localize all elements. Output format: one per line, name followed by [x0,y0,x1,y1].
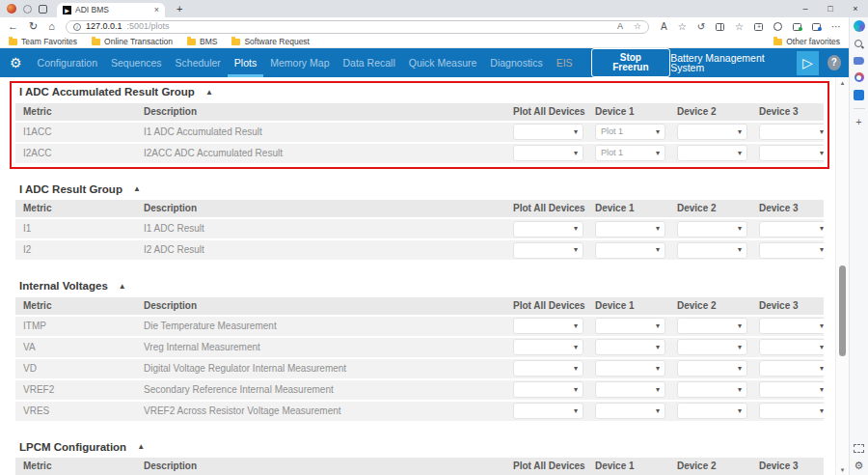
plot_all-select[interactable]: ▾ [513,124,583,140]
m365-app-icon[interactable] [854,90,864,100]
other-favorites[interactable]: Other favorites [773,38,840,46]
device3-select[interactable]: ▾ [759,221,824,238]
device1-select[interactable]: ▾ [595,221,665,238]
read-aloud-icon[interactable]: A [661,22,667,32]
nav-item-eis[interactable]: EIS [550,48,580,77]
play-button[interactable]: ▷ [797,51,819,75]
device1-select[interactable]: ▾ [595,381,665,398]
device2-select[interactable]: ▾ [677,145,747,161]
rewards-icon[interactable] [854,72,864,82]
group-header[interactable]: Internal Voltages▲ [15,277,824,297]
add-sidebar-app-icon[interactable]: + [855,117,861,127]
device2-select[interactable]: ▾ [677,339,747,355]
collapse-arrow-icon[interactable]: ▲ [133,185,141,193]
address-bar[interactable]: i 127.0.0.1:5001/plots A ☆ [66,20,649,34]
device1-select[interactable]: Plot 1▾ [595,124,665,140]
device1-select[interactable]: ▾ [595,318,665,334]
plot_all-select[interactable]: ▾ [513,221,583,238]
group-header[interactable]: I ADC Accumulated Result Group▲ [15,83,824,103]
device2-select[interactable]: ▾ [677,360,747,377]
plot_all-select[interactable]: ▾ [513,381,583,398]
collapse-arrow-icon[interactable]: ▲ [205,89,213,97]
device2-select[interactable]: ▾ [677,403,747,419]
device3-select[interactable]: ▾ [759,242,824,259]
plot_all-select[interactable]: ▾ [513,242,583,259]
shopping-tag-icon[interactable] [854,57,864,65]
device2-select[interactable]: ▾ [677,242,747,259]
edge-blue-badge-icon[interactable] [812,23,821,31]
screenshot-icon[interactable] [854,444,864,453]
new-tab-button[interactable]: + [176,4,182,14]
tab-close-icon[interactable]: × [154,6,159,14]
device1-select[interactable]: ▾ [595,360,665,377]
split-screen-icon[interactable] [716,23,724,31]
plot_all-select[interactable]: ▾ [513,318,583,334]
copilot-icon[interactable] [854,20,865,32]
device1-select[interactable]: ▾ [595,242,665,259]
settings-gear-icon[interactable]: ⚙ [10,56,22,70]
device3-select[interactable]: ▾ [759,339,824,355]
workspaces-icon[interactable] [23,5,32,14]
nav-item-data-recall[interactable]: Data Recall [336,48,401,77]
collections-icon[interactable] [754,23,763,31]
nav-item-quick-measure[interactable]: Quick Measure [402,48,484,77]
more-menu-icon[interactable]: ⋯ [831,22,841,32]
home-icon[interactable]: ⌂ [48,21,55,32]
sidebar-settings-gear-icon[interactable]: ⚙ [854,461,864,471]
device2-select[interactable]: ▾ [677,318,747,334]
scrollbar-thumb[interactable] [839,265,846,356]
collapse-arrow-icon[interactable]: ▲ [137,443,145,451]
nav-item-diagnostics[interactable]: Diagnostics [483,48,549,77]
device3-select[interactable]: ▾ [759,124,824,140]
plot_all-select[interactable]: ▾ [513,403,583,419]
scroll-down-icon[interactable]: ▾ [836,466,849,473]
plot_all-select[interactable]: ▾ [513,360,583,377]
device3-select[interactable]: ▾ [759,318,824,334]
search-icon[interactable] [854,40,864,49]
scroll-up-icon[interactable]: ▴ [836,79,849,86]
bookmark-item[interactable]: Online Transaction [92,38,173,46]
group-header[interactable]: LPCM Configuration▲ [15,438,824,459]
device1-select[interactable]: ▾ [595,339,665,355]
bookmark-item[interactable]: Software Request [231,38,310,46]
device1-select[interactable]: Plot 1▾ [595,145,665,161]
tab-actions-icon[interactable] [39,5,47,14]
minimize-button[interactable]: – [793,5,818,14]
extension-green-badge-icon[interactable] [793,23,801,31]
nav-item-sequences[interactable]: Sequences [104,48,169,77]
nav-item-plots[interactable]: Plots [228,48,263,77]
device3-select[interactable]: ▾ [759,403,824,419]
favorite-star-icon[interactable]: ☆ [634,22,641,31]
browser-essentials-icon[interactable] [773,22,782,31]
device3-select[interactable]: ▾ [759,145,824,161]
site-info-icon[interactable]: i [73,23,81,31]
group-header[interactable]: I ADC Result Group▲ [15,181,824,201]
close-button[interactable]: × [843,5,868,14]
device2-select[interactable]: ▾ [677,124,747,140]
device2-select[interactable]: ▾ [677,381,747,398]
favorites-bar-icon[interactable]: ☆ [735,22,744,32]
collapse-arrow-icon[interactable]: ▲ [119,283,126,291]
profile-avatar-icon[interactable] [7,4,16,14]
device1-select[interactable]: ▾ [595,403,665,419]
nav-item-configuration[interactable]: Configuration [31,48,104,77]
refresh-icon[interactable]: ↻ [29,21,38,32]
nav-item-scheduler[interactable]: Scheduler [169,48,228,77]
device3-select[interactable]: ▾ [759,360,824,377]
stop-freerun-button[interactable]: Stop Freerun [591,48,671,77]
maximize-button[interactable]: □ [818,5,843,14]
read-aloud-icon[interactable]: A [617,22,623,31]
device2-select[interactable]: ▾ [677,221,747,238]
bookmark-item[interactable]: Team Favorites [9,38,77,46]
plot_all-select[interactable]: ▾ [513,145,583,161]
help-button[interactable]: ? [827,55,841,70]
history-icon[interactable]: ↺ [697,22,705,32]
page-scrollbar[interactable]: ▴ ▾ [835,77,849,475]
back-icon[interactable]: ← [8,21,18,32]
browser-tab[interactable]: ▶ ADI BMS × [57,3,165,17]
favorite-star-icon[interactable]: ☆ [678,22,687,32]
bookmark-item[interactable]: BMS [187,38,217,46]
plot_all-select[interactable]: ▾ [513,339,583,355]
device3-select[interactable]: ▾ [759,381,824,398]
nav-item-memory-map[interactable]: Memory Map [263,48,336,77]
